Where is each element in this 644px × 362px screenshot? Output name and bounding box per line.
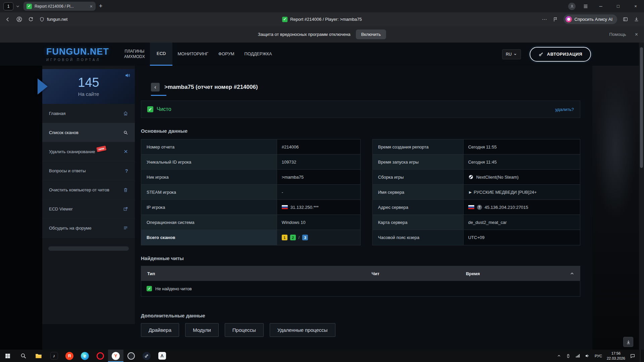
clock[interactable]: 17:56 22.03.2026 (607, 351, 625, 361)
row-value-text: - (282, 190, 283, 195)
sidebar-item-delete-scan[interactable]: Удалить сканирование new (42, 142, 135, 161)
scan-badge-green[interactable]: 2 (290, 235, 296, 240)
table-row: Уникальный ID игрока 109732 (141, 155, 360, 170)
language-value: RU (506, 52, 512, 57)
sidebar-item-label: Удалить сканирование (49, 149, 95, 154)
scroll-download-button[interactable] (623, 337, 633, 347)
sidebar-item-ecd-viewer[interactable]: ECD Viewer (42, 199, 135, 219)
scan-badge-yellow[interactable]: 1 (282, 235, 287, 240)
opera-button[interactable] (93, 350, 108, 362)
enable-protection-button[interactable]: Включить (356, 29, 386, 39)
note-glyph: ♪ (53, 353, 55, 358)
infobar-right: Помощь × (609, 32, 638, 38)
sidebar-item-home[interactable]: Главная (42, 104, 135, 123)
profile-icon[interactable] (16, 16, 22, 22)
window-minimize-button[interactable]: ─ (596, 4, 606, 9)
forum-list-icon (123, 226, 128, 231)
infobar-close-icon[interactable]: × (635, 32, 638, 38)
download-icon[interactable] (634, 16, 639, 22)
modules-button[interactable]: Модули (185, 323, 219, 337)
network-icon[interactable] (575, 353, 580, 358)
section-main-heading: Основные данные (141, 128, 580, 134)
white-app-button[interactable]: Λ (154, 350, 170, 362)
url-text: fungun.net (47, 17, 67, 22)
page-scroll-thumb[interactable] (640, 47, 643, 168)
bookmark-flag-icon[interactable] (553, 17, 558, 22)
sidebar-item-clean-pc[interactable]: Очистить компьютер от читов (42, 180, 135, 199)
window-close-button[interactable]: × (631, 4, 641, 9)
scan-badge-total[interactable]: 3 (302, 235, 308, 240)
folder-icon (35, 352, 42, 360)
device-icon[interactable] (566, 354, 571, 358)
row-label: Часовой пояс юзера (373, 230, 464, 245)
tray-chevron-up-icon[interactable] (557, 354, 561, 358)
action-center-icon[interactable] (630, 353, 635, 359)
nav-item-forum[interactable]: ФОРУМ (213, 43, 239, 66)
extra-buttons-row: Драйвера Модули Процессы Удаленные проце… (141, 323, 580, 337)
row-label: Время создания репорта (373, 139, 464, 154)
online-counter: 145 На сайте (42, 69, 135, 104)
site-shield-icon (39, 17, 45, 22)
alice-button[interactable]: Спросить Алису AI (564, 14, 617, 24)
speaker-icon[interactable] (125, 72, 131, 78)
side-panel-icon[interactable] (623, 16, 628, 22)
language-select[interactable]: RU (502, 49, 521, 59)
auth-button[interactable]: АВТОРИЗАЦИЯ (530, 47, 591, 62)
chevron-down-icon[interactable] (15, 4, 20, 9)
info-tables: Номер отчета #214006 Уникальный ID игрок… (141, 139, 580, 245)
row-value: ? 45.136.204.210:27015 (464, 200, 580, 215)
delete-report-link[interactable]: удалить? (555, 107, 574, 112)
alice-icon (566, 16, 572, 22)
back-button[interactable]: ‹ (151, 83, 160, 92)
sidebar-scrollbar[interactable] (48, 246, 129, 251)
volume-icon[interactable] (585, 353, 590, 358)
menu-icon[interactable] (583, 4, 588, 9)
yandex-app-button[interactable]: Я (62, 350, 77, 362)
drivers-button[interactable]: Драйвера (141, 323, 179, 337)
row-value: 1 2 / 3 (277, 230, 360, 245)
new-tab-button[interactable]: + (99, 3, 103, 10)
start-button[interactable] (0, 350, 15, 362)
window-maximize-button[interactable]: □ (613, 4, 623, 9)
auth-label: АВТОРИЗАЦИЯ (547, 52, 582, 57)
processes-button[interactable]: Процессы (225, 323, 264, 337)
sidebar-item-faq[interactable]: Вопросы и ответы ? (42, 161, 135, 180)
tab-close-icon[interactable]: × (90, 4, 93, 9)
page-scrollbar (639, 43, 644, 350)
row-label: Уникальный ID игрока (141, 155, 277, 169)
sidebar-item-forum-discuss[interactable]: Обсудить на форуме (42, 219, 135, 238)
site-logo[interactable]: FUNGUN.NET ИГРОВОЙ ПОРТАЛ (46, 47, 109, 62)
address-bar[interactable]: fungun.net (39, 17, 67, 22)
yandex-browser-icon: Y (112, 352, 120, 360)
refresh-icon[interactable] (28, 16, 34, 22)
steam-button[interactable] (139, 350, 154, 362)
browser-tab[interactable]: ✓ Report #214006 / Pl... × (23, 2, 96, 11)
help-link[interactable]: Помощь (609, 32, 626, 37)
nav-item-ecd[interactable]: ECD (150, 43, 172, 66)
sidebar-item-scan-list[interactable]: Список сканов (42, 123, 135, 142)
collapse-caret-icon[interactable] (570, 271, 575, 276)
nav-item-support[interactable]: ПОДДЕРЖКА (239, 43, 277, 66)
yandex-browser-button[interactable]: Y (108, 350, 123, 362)
show-desktop-button[interactable] (640, 350, 642, 362)
more-icon[interactable]: ⋯ (542, 16, 547, 22)
nav-item-monitoring[interactable]: МОНИТОРИНГ (172, 43, 213, 66)
edge-button[interactable]: e (77, 350, 93, 362)
info-table-left: Номер отчета #214006 Уникальный ID игрок… (141, 139, 361, 245)
back-icon[interactable] (5, 16, 11, 22)
taskbar-search-button[interactable] (15, 350, 31, 362)
profile-avatar[interactable] (568, 3, 576, 10)
removed-processes-button[interactable]: Удаленные процессы (270, 323, 335, 337)
section-extra-heading: Дополнительные данные (141, 313, 580, 318)
info-circle-icon[interactable]: ? (477, 205, 482, 210)
keyboard-language[interactable]: РУС (595, 354, 602, 358)
file-explorer-button[interactable] (31, 350, 46, 362)
nav-item-plugins[interactable]: ПЛАГИНЫ AMXMODX (119, 43, 150, 66)
tab-counter-button[interactable]: 1 (3, 2, 13, 10)
round-app-button[interactable] (123, 350, 139, 362)
tiktok-button[interactable]: ♪ (46, 350, 62, 362)
trash-icon (123, 187, 128, 192)
row-label: STEAM игрока (141, 185, 277, 199)
play-arrow-icon (38, 78, 48, 95)
page-title-text: Report #214006 / Player: >mamba75 (290, 17, 362, 22)
